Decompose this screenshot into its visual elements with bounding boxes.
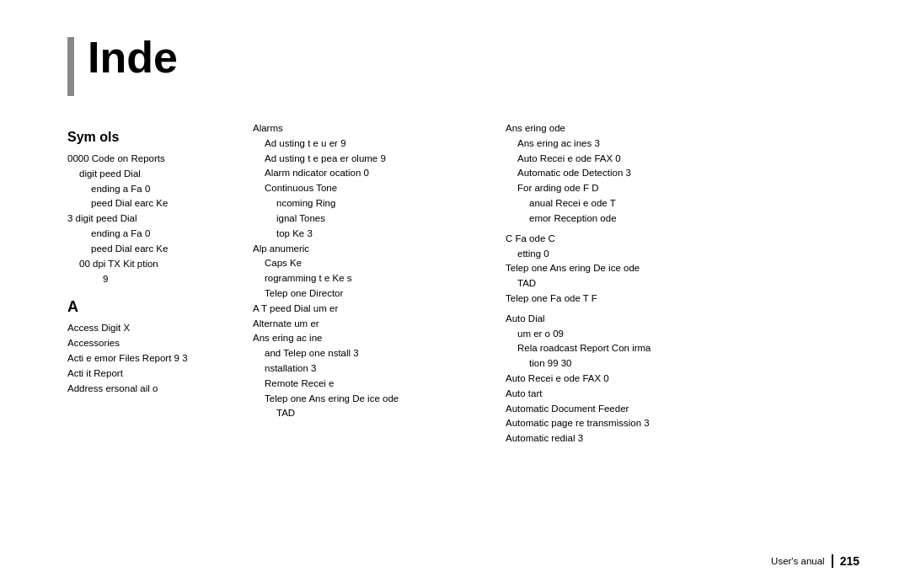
list-item: emor Reception ode (506, 211, 843, 227)
list-item: Address ersonal ail o (67, 382, 236, 397)
list-item: Automatic redial 3 (506, 431, 843, 446)
list-item: 3 digit peed Dial (67, 211, 236, 227)
title-section: Inde (67, 34, 859, 96)
list-item: Acti e emor Files Report 9 3 (67, 351, 236, 366)
list-item: Alarms (253, 121, 489, 136)
list-item: Telep one Ans ering De ice ode (506, 261, 843, 276)
list-item: Accessories (67, 336, 236, 351)
list-item: Auto Dial (506, 312, 843, 327)
list-item: Automatic ode Detection 3 (506, 166, 843, 181)
list-item: Alternate um er (253, 317, 489, 332)
list-item: TAD (253, 406, 489, 421)
page: Inde Sym ols 0000 Code on Reports digit … (0, 0, 910, 588)
list-item: 9 (67, 272, 236, 287)
symbols-heading: Sym ols (67, 130, 236, 145)
list-item: ending a Fa 0 (67, 182, 236, 197)
list-item: Alp anumeric (253, 242, 489, 257)
list-item: Caps Ke (253, 256, 489, 271)
list-item: digit peed Dial (67, 167, 236, 182)
list-item: For arding ode F D (506, 181, 843, 196)
list-item: TAD (506, 276, 843, 291)
list-item: rogramming t e Ke s (253, 271, 489, 286)
list-item: Ad usting t e u er 9 (253, 136, 489, 152)
list-item: Ans ering ac ines 3 (506, 136, 843, 152)
list-item: 0000 Code on Reports (67, 152, 236, 167)
list-item: 00 dpi TX Kit ption (67, 257, 236, 272)
list-item: etting 0 (506, 247, 843, 262)
list-item: Access Digit X (67, 321, 236, 336)
list-item: Auto Recei e ode FAX 0 (506, 372, 843, 387)
list-item: Telep one Ans ering De ice ode (253, 392, 489, 407)
section-letter-a: A (67, 298, 236, 316)
list-item: tion 99 30 (506, 356, 843, 372)
list-item: ncoming Ring (253, 196, 489, 211)
list-item: A T peed Dial um er (253, 302, 489, 317)
list-item: nstallation 3 (253, 361, 489, 377)
list-item: Telep one Director (253, 286, 489, 302)
page-title: Inde (88, 34, 178, 82)
list-item: Auto Recei e ode FAX 0 (506, 152, 843, 167)
list-item: Ans ering ac ine (253, 331, 489, 346)
list-item: top Ke 3 (253, 227, 489, 242)
middle-column: Alarms Ad usting t e u er 9 Ad usting t … (253, 121, 506, 446)
title-bar-decoration (67, 37, 74, 96)
left-column: Sym ols 0000 Code on Reports digit peed … (67, 121, 253, 446)
list-item: Rela roadcast Report Con irma (506, 341, 843, 356)
list-item: Auto tart (506, 387, 843, 402)
list-item: Telep one Fa ode T F (506, 291, 843, 307)
footer-divider (832, 554, 833, 568)
list-item: Ad usting t e pea er olume 9 (253, 152, 489, 167)
list-item: Automatic Document Feeder (506, 402, 843, 417)
footer-label: User's anual (771, 556, 825, 566)
content-area: Sym ols 0000 Code on Reports digit peed … (67, 121, 859, 446)
list-item: um er o 09 (506, 327, 843, 342)
list-item: Remote Recei e (253, 377, 489, 392)
list-item: ignal Tones (253, 211, 489, 227)
list-item: Automatic page re transmission 3 (506, 416, 843, 431)
right-column: Ans ering ode Ans ering ac ines 3 Auto R… (506, 121, 859, 446)
list-item: C Fa ode C (506, 232, 843, 247)
footer: User's anual 215 (771, 554, 859, 568)
list-item: Continuous Tone (253, 181, 489, 196)
list-item: ending a Fa 0 (67, 227, 236, 242)
list-item: Ans ering ode (506, 121, 843, 136)
list-item: peed Dial earc Ke (67, 242, 236, 257)
list-item: peed Dial earc Ke (67, 196, 236, 211)
list-item: Alarm ndicator ocation 0 (253, 166, 489, 181)
list-item: anual Recei e ode T (506, 196, 843, 211)
footer-page-number: 215 (840, 554, 859, 568)
list-item: and Telep one nstall 3 (253, 346, 489, 361)
list-item: Acti it Report (67, 366, 236, 382)
